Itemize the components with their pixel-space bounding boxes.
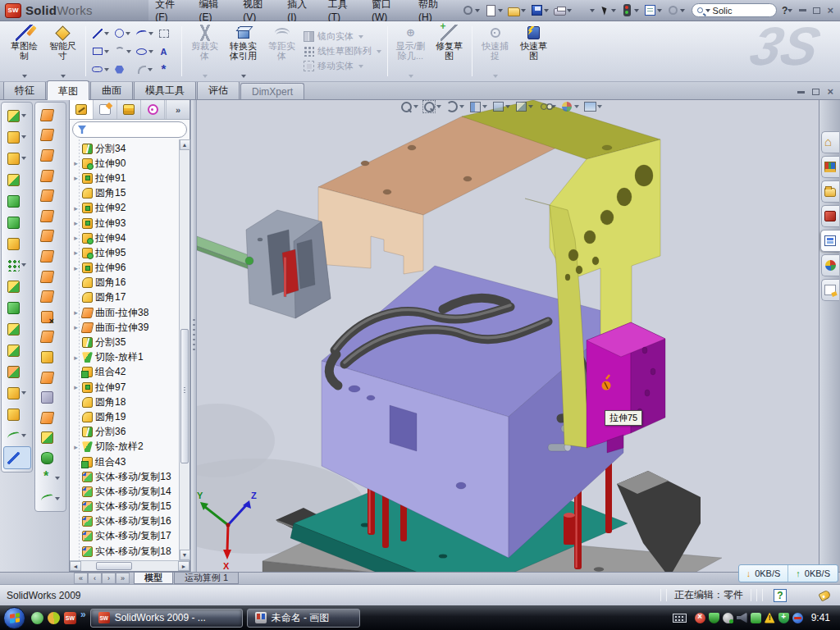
offset-entities-button[interactable]: 等距实 体 xyxy=(262,23,301,80)
tree-item[interactable]: 圆角18 xyxy=(72,395,179,409)
tree-horizontal-scrollbar[interactable]: ◄ ► xyxy=(70,560,189,571)
save-icon[interactable] xyxy=(529,3,550,17)
rectangle-icon[interactable] xyxy=(89,43,112,61)
task-pane-tab[interactable] xyxy=(821,156,839,178)
move-entities-button[interactable]: 移动实体 xyxy=(304,60,381,72)
untrim-surface-icon[interactable] xyxy=(37,408,65,428)
trim-surface-icon[interactable] xyxy=(37,368,65,388)
spline-icon[interactable] xyxy=(134,25,156,43)
mirror-feature-icon[interactable] xyxy=(3,318,31,340)
rapid-sketch-button[interactable]: 快速草 图 xyxy=(514,23,553,80)
tree-item[interactable]: 切除-放样1 xyxy=(72,350,179,365)
task-pane-tab[interactable] xyxy=(821,180,839,203)
cylinder-icon[interactable] xyxy=(37,448,65,468)
dropdown-caret[interactable] xyxy=(551,105,556,108)
rotate-view-icon[interactable] xyxy=(445,100,464,113)
doc-close-button[interactable]: × xyxy=(827,88,833,96)
dropdown-caret[interactable] xyxy=(21,263,26,267)
scroll-left-icon[interactable]: ◄ xyxy=(70,561,81,571)
swept-surface-icon[interactable] xyxy=(37,105,65,126)
tree-item[interactable]: 拉伸90 xyxy=(72,156,179,171)
sketch-button[interactable]: 草图绘 制 xyxy=(5,23,43,80)
section-view-icon[interactable] xyxy=(468,100,487,113)
scroll-down-icon[interactable]: ▼ xyxy=(180,550,190,560)
tree-item[interactable]: 曲面-拉伸38 xyxy=(72,305,179,320)
panel-tab[interactable] xyxy=(94,100,117,119)
tree-item[interactable]: 组合43 xyxy=(72,454,179,469)
expand-arrow-icon[interactable] xyxy=(72,174,80,182)
move-body-icon[interactable] xyxy=(3,361,31,382)
edit-appearance-icon[interactable] xyxy=(560,100,579,113)
ruled-surface-icon[interactable] xyxy=(37,286,65,307)
help-button[interactable]: ? xyxy=(782,5,788,16)
start-button[interactable] xyxy=(3,607,25,629)
curve-icon[interactable] xyxy=(3,425,31,446)
task-pane-tab[interactable] xyxy=(821,131,839,153)
search-input[interactable]: Solic xyxy=(692,3,777,17)
task-pane-tab[interactable] xyxy=(820,230,840,252)
panel-tab-overflow[interactable]: » xyxy=(166,100,189,119)
expand-arrow-icon[interactable] xyxy=(72,383,80,391)
dropdown-caret[interactable] xyxy=(597,105,602,108)
commandmanager-tab[interactable]: 草图 xyxy=(47,80,89,100)
commandmanager-tab[interactable]: 特征 xyxy=(3,80,46,99)
dropdown-caret[interactable] xyxy=(126,32,130,35)
tree-item[interactable]: 实体-移动/复制17 xyxy=(72,529,179,544)
expand-arrow-icon[interactable] xyxy=(72,249,80,257)
doc-restore-button[interactable] xyxy=(812,89,819,95)
doc-tab-nav-button[interactable]: ‹ xyxy=(88,573,102,584)
antivirus-shield-icon[interactable] xyxy=(709,613,719,623)
dropdown-caret[interactable] xyxy=(528,105,533,108)
taskbar-button-solidworks[interactable]: SW SolidWorks 2009 - ... xyxy=(90,609,243,628)
swept-boss-icon[interactable] xyxy=(3,169,31,190)
linear-sketch-pattern-button[interactable]: 线性草图阵列 xyxy=(304,45,381,57)
knit-surface-icon[interactable] xyxy=(37,347,65,368)
dropdown-caret[interactable] xyxy=(104,50,109,53)
smart-dimension-caret[interactable] xyxy=(61,75,66,78)
doc-tab-nav-button[interactable]: › xyxy=(102,573,116,584)
arc-icon[interactable] xyxy=(112,43,134,61)
dropdown-caret[interactable] xyxy=(21,114,26,117)
point-icon[interactable] xyxy=(156,61,178,79)
sync-error-icon[interactable] xyxy=(792,613,803,623)
ellipse-icon[interactable] xyxy=(134,43,156,61)
dropdown-caret[interactable] xyxy=(104,68,109,71)
expand-arrow-icon[interactable] xyxy=(72,308,80,317)
shell-icon[interactable] xyxy=(3,297,31,318)
expand-arrow-icon[interactable] xyxy=(72,323,80,331)
circle-icon[interactable] xyxy=(112,25,134,43)
panel-tab[interactable] xyxy=(117,100,141,119)
reference-point-icon[interactable] xyxy=(37,468,65,489)
hide-show-items-icon[interactable] xyxy=(537,100,556,113)
tree-item[interactable]: 分割35 xyxy=(72,335,179,349)
trim-entities-button[interactable]: 剪裁实 体 xyxy=(185,23,224,80)
tree-item[interactable]: 组合42 xyxy=(72,365,179,380)
view-orientation-icon[interactable] xyxy=(491,100,510,113)
dropdown-caret[interactable] xyxy=(436,105,441,108)
fillet-icon[interactable] xyxy=(3,148,31,169)
dropdown-caret[interactable] xyxy=(21,157,26,160)
dropdown-caret[interactable] xyxy=(521,9,526,12)
close-button[interactable]: × xyxy=(827,7,833,15)
graphics-area[interactable]: Y Z X xyxy=(197,100,819,572)
quick-tips-icon[interactable]: ? xyxy=(774,589,787,602)
messenger-icon[interactable] xyxy=(31,612,43,624)
document-tab[interactable]: 运动算例 1 xyxy=(174,573,239,584)
expand-arrow-icon[interactable] xyxy=(72,354,80,362)
linear-pattern-icon[interactable] xyxy=(3,254,31,276)
tree-item[interactable]: 拉伸93 xyxy=(72,216,179,231)
extend-surface-icon[interactable] xyxy=(37,387,65,408)
protection-plus-icon[interactable] xyxy=(778,613,789,623)
sketch-text-icon[interactable] xyxy=(156,43,178,61)
expand-arrow-icon[interactable] xyxy=(72,264,80,272)
dropdown-caret[interactable] xyxy=(21,434,26,437)
dropdown-caret[interactable] xyxy=(482,105,487,108)
repair-sketch-button[interactable]: 修复草 图 xyxy=(430,23,468,80)
smart-dimension-button[interactable]: 智能尺 寸 xyxy=(43,23,82,80)
tree-item[interactable]: 圆角19 xyxy=(72,409,179,424)
tree-item[interactable]: 曲面-拉伸39 xyxy=(72,320,179,335)
solidworks-quicklaunch-icon[interactable]: SW xyxy=(64,612,76,624)
messenger-tray-icon[interactable] xyxy=(751,613,761,623)
security-alert-icon[interactable] xyxy=(695,613,705,623)
tree-item[interactable]: 拉伸92 xyxy=(72,201,179,216)
